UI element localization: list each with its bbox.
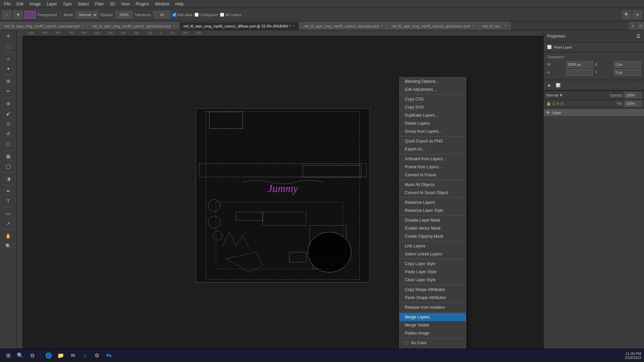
taskbar-spotify[interactable]: ♫	[79, 350, 90, 361]
menu-filter[interactable]: Filter	[92, 1, 107, 7]
taskbar-explorer[interactable]: 📁	[55, 350, 66, 361]
canvas[interactable]: Jummy	[196, 108, 370, 283]
text-tool[interactable]: T	[2, 196, 14, 206]
ctx-group[interactable]: Group from Layers...	[399, 127, 466, 135]
ctx-blending[interactable]: Blending Options...	[399, 77, 466, 85]
tab-3-close[interactable]: ×	[381, 24, 383, 28]
ctx-release-isolation[interactable]: Release from Isolation	[399, 303, 466, 311]
ctx-select-linked[interactable]: Select Linked Layers	[399, 250, 466, 258]
zoom-tool[interactable]: 🔍	[2, 241, 14, 251]
contiguous-checkbox[interactable]	[195, 13, 199, 17]
healing-tool[interactable]: ⊕	[2, 99, 14, 108]
pen-tool[interactable]: ✒	[2, 186, 14, 196]
ctx-copy-css[interactable]: Copy CSS	[399, 95, 466, 103]
taskbar-start[interactable]: ⊞	[3, 350, 13, 361]
home-tool[interactable]: ⌂	[2, 10, 11, 19]
ctx-paste-shape[interactable]: Paste Shape Attributes	[399, 294, 466, 302]
hand-tool[interactable]: ✋	[2, 231, 14, 241]
ctx-copy-shape[interactable]: Copy Shape Attributes	[399, 286, 466, 294]
ctx-convert-smart[interactable]: Convert to Smart Object	[399, 189, 466, 197]
ctx-frame[interactable]: Frame from Layers...	[399, 163, 466, 171]
eyedropper-tool[interactable]: ✏	[2, 86, 14, 96]
ctx-export-as[interactable]: Export As...	[399, 145, 466, 153]
ctx-merge-visible[interactable]: Merge Visible	[399, 321, 466, 329]
tab-0-close[interactable]: ×	[82, 24, 84, 28]
ctx-artboard[interactable]: Artboard from Layers...	[399, 155, 466, 163]
menu-edit[interactable]: Edit	[14, 1, 26, 7]
menu-plugins[interactable]: Plugins	[133, 1, 152, 7]
taskbar-mail[interactable]: ✉	[67, 350, 78, 361]
selection-tool[interactable]: ⬚	[2, 42, 14, 51]
ctx-rasterize[interactable]: Rasterize Layers	[399, 198, 466, 206]
menu-image[interactable]: Image	[27, 1, 43, 7]
shape-tool[interactable]: ▭	[2, 209, 14, 218]
x-input[interactable]	[614, 61, 641, 68]
tab-5[interactable]: mtl_t6_wp... ×	[478, 22, 511, 30]
tab-5-close[interactable]: ×	[504, 24, 506, 28]
tab-1-close[interactable]: ×	[173, 24, 175, 28]
chart-icon[interactable]: 📊	[554, 81, 562, 89]
layers-opacity-input[interactable]	[625, 92, 641, 98]
y-input[interactable]	[614, 69, 641, 76]
ctx-create-clipping[interactable]: Create Clipping Mask	[399, 232, 466, 240]
foreground-swatch[interactable]	[25, 11, 36, 18]
crop-tool[interactable]: ⊞	[2, 76, 14, 86]
layer-item-1[interactable]: 👁 Layer	[544, 109, 644, 116]
taskbar-steam[interactable]: ⚙	[92, 350, 102, 361]
ctx-edit-adjustment[interactable]: Edit Adjustment...	[399, 85, 466, 94]
eraser-tool[interactable]: ◻	[2, 139, 14, 148]
layers-fill-input[interactable]	[625, 101, 641, 107]
h-input[interactable]	[566, 69, 593, 76]
tab-3[interactable]: mtl_t6_wpn_smg_mp40_camo2_specular.psd ×	[299, 22, 387, 30]
opacity-input[interactable]	[116, 11, 132, 18]
blur-tool[interactable]: ◯	[2, 162, 14, 171]
ctx-link-layers[interactable]: Link Layers	[399, 242, 466, 250]
ctx-duplicate[interactable]: Duplicate Layers...	[399, 111, 466, 119]
tolerance-input[interactable]	[154, 11, 170, 18]
brush-tool[interactable]: 🖌	[2, 109, 14, 118]
taskbar-photoshop[interactable]: Ps	[104, 350, 114, 361]
tab-4[interactable]: mtl_t6_wpn_smg_mp40_camo2_glossiness.psd…	[387, 22, 478, 30]
search-tool[interactable]: 🔍	[622, 10, 631, 19]
arrange-tool[interactable]: ⧉	[633, 10, 642, 19]
tab-0[interactable]: mtl_t6_wpn_smg_mp40_camo1_specular.psd ×	[0, 22, 88, 30]
tab-2-close[interactable]: ×	[293, 24, 295, 28]
tab-1[interactable]: mtl_t6_wpn_smg_mp40_camo1_glossiness.psd…	[88, 22, 179, 30]
ctx-clear-layer-style[interactable]: Clear Layer Style	[399, 276, 466, 284]
ctx-delete[interactable]: Delete Layers	[399, 119, 466, 127]
menu-select[interactable]: Select	[75, 1, 91, 7]
taskbar-taskview[interactable]: ⧉	[27, 350, 38, 361]
animate-icon[interactable]: ▶	[546, 81, 553, 89]
taskbar-search[interactable]: 🔍	[15, 350, 25, 361]
history-tool[interactable]: ↺	[2, 129, 14, 138]
ctx-copy-svg[interactable]: Copy SVG	[399, 103, 466, 111]
panel-more-icon[interactable]: ⋯	[635, 81, 642, 89]
ctx-paste-layer-style[interactable]: Paste Layer Style	[399, 268, 466, 276]
menu-type[interactable]: Type	[60, 1, 74, 7]
ctx-copy-layer-style[interactable]: Copy Layer Style	[399, 260, 466, 268]
stamp-tool[interactable]: ⊙	[2, 119, 14, 128]
all-layers-checkbox[interactable]	[220, 13, 224, 17]
menu-file[interactable]: File	[1, 1, 13, 7]
ctx-flatten[interactable]: Flatten Image	[399, 329, 466, 337]
path-tool[interactable]: ↗	[2, 219, 14, 228]
tab-2[interactable]: mtl_t6_wpn_smg_mp40_camo1_diffuse.psd @ …	[179, 22, 299, 30]
w-input[interactable]	[566, 61, 593, 68]
taskbar-edge[interactable]: 🌐	[43, 350, 54, 361]
menu-help[interactable]: Help	[173, 1, 186, 7]
properties-menu-icon[interactable]: ☰	[636, 34, 641, 39]
ctx-convert-frame[interactable]: Convert to Frame	[399, 171, 466, 179]
mode-select[interactable]: Normal	[76, 11, 98, 18]
tab-panel-toggle[interactable]: ◫	[637, 22, 644, 30]
tab-4-close[interactable]: ×	[472, 24, 474, 28]
dodge-tool[interactable]: ◑	[2, 174, 14, 183]
lasso-tool[interactable]: ⌾	[2, 54, 14, 63]
anti-alias-checkbox[interactable]	[172, 13, 176, 17]
tool-selector[interactable]: ✤	[13, 10, 23, 19]
ctx-no-color[interactable]: No Color	[399, 339, 466, 347]
menu-layer[interactable]: Layer	[44, 1, 59, 7]
menu-window[interactable]: Window	[152, 1, 172, 7]
ctx-merge-layers[interactable]: Merge Layers	[399, 313, 466, 321]
gradient-tool[interactable]: ▦	[2, 152, 14, 161]
menu-3d[interactable]: 3D	[107, 1, 117, 7]
